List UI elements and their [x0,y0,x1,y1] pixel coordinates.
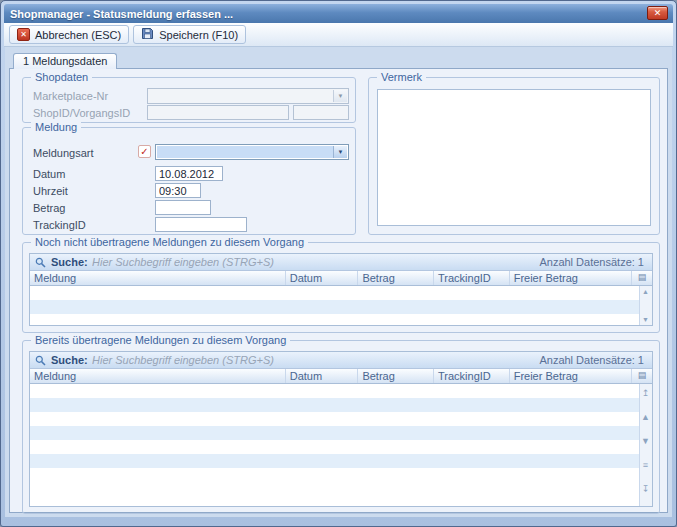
vorgangsid-input[interactable] [293,105,349,120]
trackingid-input[interactable] [155,217,247,232]
group-transferred-messages: Bereits übertragene Meldungen zu diesem … [22,340,660,514]
tab-label: 1 Meldungsdaten [23,55,107,67]
pending-scrollbar[interactable]: ▲ ▼ [639,286,652,325]
nav-first-icon[interactable]: ↥ [640,388,651,398]
betrag-input[interactable] [155,200,211,215]
table-row[interactable] [30,384,639,398]
group-pending-title: Noch nicht übertragene Meldungen zu dies… [31,236,308,248]
close-button[interactable]: ✕ [647,6,668,20]
nav-last-icon[interactable]: ↧ [640,484,651,494]
group-shopdaten: Shopdaten Marketplace-Nr ▼ ShopID/Vorgan… [22,77,356,123]
column-header-datum[interactable]: Datum [286,369,359,383]
column-header-freier-betrag[interactable]: Freier Betrag [510,369,632,383]
table-row[interactable] [30,398,639,412]
main-panel: Shopdaten Marketplace-Nr ▼ ShopID/Vorgan… [9,68,668,513]
transferred-nav-strip[interactable]: ↥ ▲ ▼ ≡ ↧ [639,384,652,506]
dropdown-arrow-icon[interactable]: ▼ [333,90,347,102]
vermerk-textarea[interactable] [377,89,651,226]
meldungsart-combobox-value [157,146,333,158]
table-row[interactable] [30,468,639,482]
table-row[interactable] [30,440,639,454]
column-header-freier-betrag[interactable]: Freier Betrag [510,271,632,285]
transferred-record-count: Anzahl Datensätze: 1 [539,354,644,366]
search-label: Suche: [51,354,88,366]
pending-search-bar: Suche: Anzahl Datensätze: 1 [30,254,652,271]
cancel-button[interactable]: ✕ Abbrechen (ESC) [9,25,129,44]
table-row[interactable] [30,286,639,300]
nav-rows-icon[interactable]: ≡ [640,460,651,470]
client-area: 1 Meldungsdaten Shopdaten Marketplace-Nr… [5,47,672,517]
shopid-input[interactable] [147,105,289,120]
betrag-label: Betrag [33,202,65,214]
nav-next-icon[interactable]: ▼ [640,436,651,446]
column-header-trackingid[interactable]: TrackingID [434,271,510,285]
transferred-table-header: Meldung Datum Betrag TrackingID Freier B… [30,369,652,384]
search-label: Suche: [51,256,88,268]
nav-prev-icon[interactable]: ▲ [640,412,651,422]
dropdown-arrow-icon[interactable]: ▼ [333,146,347,158]
transferred-table-body [30,384,639,506]
column-chooser-icon[interactable]: ▤ [632,369,652,383]
marketplace-label: Marketplace-Nr [33,90,108,102]
pending-search-input[interactable] [92,255,422,269]
cancel-button-label: Abbrechen (ESC) [35,29,121,41]
pending-table: Suche: Anzahl Datensätze: 1 Meldung Datu… [29,253,653,326]
shopid-label: ShopID/VorgangsID [33,107,130,119]
marketplace-combobox-value [149,90,333,102]
column-header-meldung[interactable]: Meldung [30,271,286,285]
meldungsart-label: Meldungsart [33,147,94,159]
pending-table-header: Meldung Datum Betrag TrackingID Freier B… [30,271,652,286]
column-header-datum[interactable]: Datum [286,271,359,285]
trackingid-label: TrackingID [33,219,86,231]
group-meldung-title: Meldung [31,121,81,133]
meldungsart-combobox[interactable]: ▼ [155,144,349,160]
transferred-search-input[interactable] [92,353,422,367]
window-title: Shopmanager - Statusmeldung erfassen ... [4,8,233,20]
tab-meldungsdaten[interactable]: 1 Meldungsdaten [13,53,117,69]
table-row[interactable] [30,426,639,440]
save-button-label: Speichern (F10) [159,29,238,41]
pending-table-body [30,286,639,325]
scroll-up-icon[interactable]: ▲ [640,288,651,295]
close-icon: ✕ [654,8,662,18]
save-button[interactable]: Speichern (F10) [133,25,246,44]
table-row[interactable] [30,412,639,426]
datum-label: Datum [33,168,65,180]
group-transferred-title: Bereits übertragene Meldungen zu diesem … [31,334,290,346]
pending-record-count: Anzahl Datensätze: 1 [539,256,644,268]
uhrzeit-label: Uhrzeit [33,185,68,197]
transferred-table: Suche: Anzahl Datensätze: 1 Meldung Datu… [29,351,653,507]
required-check-icon: ✓ [138,145,151,158]
group-shopdaten-title: Shopdaten [31,71,92,83]
app-window: Shopmanager - Statusmeldung erfassen ...… [0,0,677,527]
table-row[interactable] [30,300,639,314]
search-icon [35,257,46,268]
search-icon [35,355,46,366]
cancel-icon: ✕ [17,28,30,41]
marketplace-combobox[interactable]: ▼ [147,88,349,104]
column-header-meldung[interactable]: Meldung [30,369,286,383]
datum-input[interactable] [155,166,223,181]
column-header-trackingid[interactable]: TrackingID [434,369,510,383]
save-icon [141,27,154,42]
scroll-down-icon[interactable]: ▼ [640,316,651,323]
titlebar: Shopmanager - Statusmeldung erfassen ...… [4,4,673,23]
group-vermerk-title: Vermerk [377,71,426,83]
group-pending-messages: Noch nicht übertragene Meldungen zu dies… [22,242,660,333]
group-vermerk: Vermerk [368,77,660,235]
column-header-betrag[interactable]: Betrag [358,369,434,383]
toolbar: ✕ Abbrechen (ESC) Speichern (F10) [4,23,673,47]
uhrzeit-input[interactable] [155,183,201,198]
transferred-search-bar: Suche: Anzahl Datensätze: 1 [30,352,652,369]
group-meldung: Meldung Meldungsart ✓ ▼ Datum Uhrzeit Be… [22,127,356,235]
column-header-betrag[interactable]: Betrag [358,271,434,285]
table-row[interactable] [30,454,639,468]
column-chooser-icon[interactable]: ▤ [632,271,652,285]
